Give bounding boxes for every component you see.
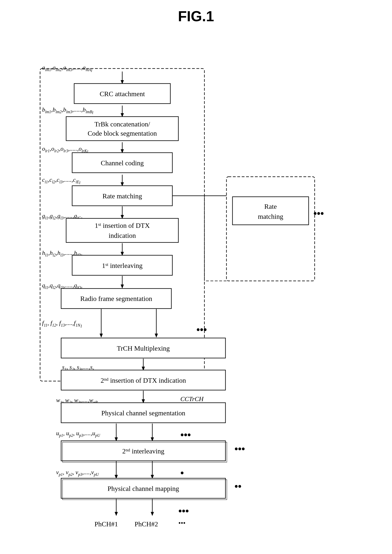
svg-text:hl1,hl2,hl3,.....,hlDl: hl1,hl2,hl3,.....,hlDl [42, 249, 82, 258]
svg-text:•••: ••• [314, 208, 324, 219]
svg-text:alm1,alm2,alm3,.....,amAl: alm1,alm2,alm3,.....,amAl [42, 64, 92, 73]
svg-text:indication: indication [109, 232, 136, 239]
channel-coding-label: Channel coding [101, 159, 144, 167]
svg-rect-66 [61, 441, 225, 461]
svg-rect-19 [72, 186, 172, 206]
svg-rect-0 [40, 69, 204, 381]
svg-marker-62 [115, 437, 118, 441]
svg-rect-77 [63, 480, 227, 500]
svg-text:PhCH#1: PhCH#1 [94, 520, 118, 528]
svg-text:2nd insertion of DTX indicatio: 2nd insertion of DTX indication [101, 377, 186, 384]
svg-text:•••: ••• [178, 519, 186, 527]
svg-marker-18 [121, 182, 124, 186]
svg-text:•••: ••• [180, 429, 191, 440]
svg-marker-83 [151, 512, 154, 516]
svg-rect-47 [61, 338, 225, 358]
svg-rect-1 [226, 177, 315, 281]
svg-rect-9 [66, 117, 178, 141]
svg-marker-72 [115, 475, 118, 479]
svg-text:Rate: Rate [264, 203, 277, 210]
svg-marker-64 [151, 437, 154, 441]
svg-text:matching: matching [258, 213, 283, 220]
page: FIG.1 alm1,alm2,alm3,.....,amAl CRC atta… [0, 0, 392, 554]
rate-matching-1-label: Rate matching [102, 192, 142, 200]
svg-text:ql1,ql2,ql3,.....,qlQl: ql1,ql2,ql3,.....,qlQl [42, 282, 82, 291]
svg-text:s1, s2, s3,....,ss: s1, s2, s3,....,ss [62, 364, 94, 372]
svg-rect-28 [66, 218, 178, 242]
svg-text:Radio frame segmentation: Radio frame segmentation [80, 295, 152, 302]
diagram-svg: alm1,alm2,alm3,.....,amAl CRC attachment… [16, 36, 377, 554]
svg-text:PhCH#2: PhCH#2 [134, 520, 158, 528]
svg-marker-43 [100, 334, 103, 338]
svg-rect-52 [61, 370, 225, 390]
svg-text:cl1,cl2,cl3,.....,clEl: cl1,cl2,cl3,.....,clEl [42, 176, 80, 185]
svg-text:2nd interleaving: 2nd interleaving [122, 447, 164, 455]
svg-rect-76 [61, 478, 225, 498]
svg-text:CCTrCH: CCTrCH [180, 395, 204, 402]
svg-rect-58 [61, 403, 225, 423]
svg-marker-27 [121, 215, 124, 219]
svg-text:blm1,blm2,blm3,.....,blmBl: blm1,blm2,blm3,.....,blmBl [42, 106, 93, 115]
svg-rect-15 [72, 153, 172, 173]
svg-text:Code block segmentation: Code block segmentation [88, 130, 157, 137]
svg-text:•••: ••• [196, 324, 207, 335]
svg-text:•••: ••• [234, 443, 245, 454]
svg-marker-57 [142, 399, 145, 403]
svg-marker-8 [121, 113, 124, 117]
svg-marker-51 [142, 367, 145, 371]
svg-text:w1, w2, w3,....,wpR: w1, w2, w3,....,wpR [56, 397, 98, 405]
svg-marker-4 [121, 80, 124, 84]
svg-text:up1, up2, up3,....,upU: up1, up2, up3,....,upU [56, 430, 100, 438]
svg-text:Physical channel segmentation: Physical channel segmentation [101, 409, 185, 417]
svg-text:••: •• [234, 481, 241, 492]
svg-text:TrBk concatenation/: TrBk concatenation/ [94, 120, 150, 128]
svg-text:f11, f12, f13,....,f1N1: f11, f12, f13,....,f1N1 [42, 319, 82, 328]
svg-text:Physical channel mapping: Physical channel mapping [108, 485, 179, 492]
crc-label: CRC attachment [100, 90, 145, 97]
svg-text:•: • [180, 467, 184, 478]
svg-marker-38 [121, 284, 124, 289]
svg-marker-74 [151, 475, 154, 479]
svg-rect-5 [74, 83, 170, 104]
svg-marker-81 [115, 512, 118, 516]
svg-rect-39 [61, 289, 171, 309]
svg-marker-33 [121, 252, 124, 256]
svg-text:•••: ••• [178, 505, 189, 517]
svg-rect-67 [63, 442, 227, 462]
svg-marker-14 [121, 149, 124, 153]
svg-text:olr1,olr2,olr3,.....,olrKl: olr1,olr2,olr3,.....,olrKl [42, 145, 88, 154]
svg-rect-21 [232, 197, 309, 225]
svg-text:gl1,gl2,gl3,.....,glGl: gl1,gl2,gl3,.....,glGl [42, 212, 82, 221]
svg-marker-45 [155, 334, 158, 338]
svg-text:vp1, vp2, vp3,....,vpU: vp1, vp2, vp3,....,vpU [56, 469, 99, 477]
figure-title: FIG.1 [16, 8, 376, 24]
svg-text:1st insertion of DTX: 1st insertion of DTX [95, 222, 150, 229]
svg-text:TrCH Multiplexing: TrCH Multiplexing [117, 345, 170, 352]
svg-text:1st interleaving: 1st interleaving [102, 262, 143, 269]
svg-rect-34 [72, 255, 172, 275]
